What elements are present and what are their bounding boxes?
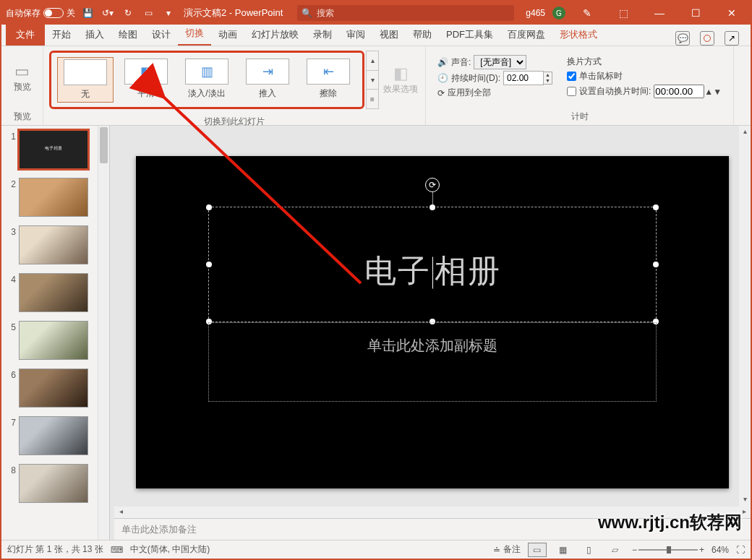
- gallery-scroll[interactable]: ▴▾≡: [366, 51, 379, 109]
- on-click-checkbox[interactable]: [567, 72, 576, 81]
- account-name[interactable]: g465: [526, 8, 545, 18]
- canvas-vertical-scrollbar[interactable]: ▴▾: [739, 126, 751, 507]
- autosave-toggle[interactable]: 自动保存 关: [6, 7, 75, 20]
- slide-thumb-3[interactable]: [19, 225, 88, 264]
- slide-thumb-6[interactable]: [19, 369, 88, 408]
- qat-more-icon[interactable]: ▾: [162, 7, 175, 20]
- transition-none[interactable]: 无: [57, 57, 114, 103]
- pen-icon[interactable]: ✎: [573, 2, 602, 24]
- apply-to-all-button[interactable]: ⟳应用到全部: [437, 87, 552, 99]
- tab-baidu[interactable]: 百度网盘: [500, 24, 552, 46]
- slide-thumb-8[interactable]: [19, 464, 88, 503]
- ribbon-display-icon[interactable]: ⬚: [609, 2, 638, 24]
- watermark: www.rjtj.cn软荐网: [598, 511, 742, 534]
- slide-thumb-1[interactable]: 电子相册: [19, 130, 88, 169]
- undo-icon[interactable]: ↺▾: [101, 7, 114, 20]
- speaker-icon: 🔊: [437, 57, 448, 67]
- accessibility-icon[interactable]: ⌨: [111, 545, 123, 555]
- transition-fade[interactable]: ▥淡入/淡出: [179, 57, 235, 103]
- status-bar: 幻灯片 第 1 张，共 13 张 ⌨ 中文(简体, 中国大陆) ≐备注 ▭ ▦ …: [1, 540, 751, 559]
- tab-view[interactable]: 视图: [372, 24, 406, 46]
- preview-button[interactable]: ▭预览: [6, 62, 38, 93]
- zoom-percent[interactable]: 64%: [712, 545, 729, 555]
- status-slide-info: 幻灯片 第 1 张，共 13 张: [7, 543, 103, 556]
- slide-thumb-2[interactable]: [19, 178, 88, 217]
- zoom-out-icon[interactable]: −: [632, 545, 637, 555]
- advance-label: 换片方式: [567, 56, 722, 68]
- slide-canvas[interactable]: ⟳ 电子相册 单击此处添加副标题: [114, 126, 751, 518]
- tab-record[interactable]: 录制: [306, 24, 339, 46]
- apply-all-icon: ⟳: [437, 88, 445, 98]
- document-title: 演示文稿2 - PowerPoint: [184, 7, 283, 20]
- group-label-preview: 预览: [1, 108, 43, 125]
- timing-controls: 🔊声音: [无声音] 🕘持续时间(D): ▲▼ ⟳应用到全部: [430, 49, 560, 105]
- duration-down[interactable]: ▼: [544, 78, 552, 84]
- record-circle-icon[interactable]: [700, 31, 714, 46]
- redo-icon[interactable]: ↻: [121, 7, 134, 20]
- tab-draw[interactable]: 绘图: [111, 24, 145, 46]
- zoom-in-icon[interactable]: +: [699, 545, 704, 555]
- comments-icon[interactable]: 💬: [675, 31, 690, 46]
- slide-thumb-4[interactable]: [19, 273, 88, 312]
- account-avatar[interactable]: G: [552, 7, 565, 20]
- after-checkbox[interactable]: [567, 87, 576, 96]
- tab-slideshow[interactable]: 幻灯片放映: [244, 24, 306, 46]
- status-language[interactable]: 中文(简体, 中国大陆): [130, 543, 210, 556]
- ribbon-body: ▭预览 预览 无 ◧平滑 ▥淡入/淡出 ⇥推入 ⇤擦除 ▴▾≡: [1, 46, 751, 126]
- from-beginning-icon[interactable]: ▭: [142, 7, 155, 20]
- tab-insert[interactable]: 插入: [78, 24, 111, 46]
- transition-push[interactable]: ⇥推入: [239, 57, 296, 103]
- slide-thumb-5[interactable]: [19, 321, 88, 360]
- tab-animations[interactable]: 动画: [211, 24, 244, 46]
- autosave-state: 关: [67, 7, 75, 20]
- slideshow-view-icon[interactable]: ▱: [606, 543, 625, 557]
- search-box[interactable]: 🔍 搜索: [297, 5, 514, 21]
- transition-morph[interactable]: ◧平滑: [118, 57, 174, 103]
- slide-thumbnails-pane: 1电子相册 2 3 4 5 6 7 8: [1, 126, 110, 540]
- close-icon[interactable]: ✕: [717, 2, 746, 24]
- title-placeholder[interactable]: 电子相册: [208, 207, 657, 322]
- sound-select[interactable]: [无声音]: [474, 55, 526, 69]
- clock-icon: 🕘: [437, 73, 448, 83]
- ribbon-tabs: 文件 开始 插入 绘图 设计 切换 动画 幻灯片放映 录制 审阅 视图 帮助 P…: [1, 25, 751, 46]
- thumbnails-scrollbar[interactable]: [98, 126, 109, 540]
- group-label-timing: 计时: [426, 108, 733, 125]
- search-placeholder: 搜索: [317, 7, 334, 20]
- title-bar: 自动保存 关 💾 ↺▾ ↻ ▭ ▾ 演示文稿2 - PowerPoint 🔍 搜…: [1, 1, 751, 25]
- notes-toggle[interactable]: ≐备注: [493, 543, 521, 556]
- tab-home[interactable]: 开始: [45, 24, 78, 46]
- share-icon[interactable]: ↗: [725, 31, 739, 46]
- transitions-gallery: 无 ◧平滑 ▥淡入/淡出 ⇥推入 ⇤擦除 ▴▾≡: [48, 49, 380, 111]
- duration-up[interactable]: ▲: [544, 72, 552, 78]
- transition-wipe[interactable]: ⇤擦除: [300, 57, 356, 103]
- tab-transitions[interactable]: 切换: [178, 22, 211, 46]
- maximize-icon[interactable]: ☐: [681, 2, 710, 24]
- advance-slide: 换片方式 单击鼠标时 设置自动换片时间: ▲▼: [560, 49, 729, 105]
- tab-shape-format[interactable]: 形状格式: [552, 24, 604, 46]
- save-icon[interactable]: 💾: [81, 7, 94, 20]
- slide-editor[interactable]: ⟳ 电子相册 单击此处添加副标题: [136, 156, 729, 488]
- after-input[interactable]: [654, 85, 704, 98]
- duration-input[interactable]: [503, 71, 544, 85]
- subtitle-placeholder[interactable]: 单击此处添加副标题: [208, 322, 657, 402]
- sorter-view-icon[interactable]: ▦: [554, 543, 573, 557]
- quick-access-toolbar: 💾 ↺▾ ↻ ▭ ▾: [81, 7, 175, 20]
- fit-window-icon[interactable]: ⛶: [736, 545, 745, 555]
- zoom-slider[interactable]: − +: [632, 545, 704, 555]
- effect-options-button: ◧效果选项: [380, 64, 421, 95]
- reading-view-icon[interactable]: ▯: [580, 543, 599, 557]
- normal-view-icon[interactable]: ▭: [528, 543, 547, 557]
- title-text[interactable]: 电子相册: [209, 249, 656, 292]
- rotate-handle[interactable]: ⟳: [425, 178, 440, 192]
- tab-design[interactable]: 设计: [145, 24, 178, 46]
- tab-pdf[interactable]: PDF工具集: [439, 24, 500, 46]
- tab-help[interactable]: 帮助: [406, 24, 439, 46]
- minimize-icon[interactable]: —: [645, 2, 674, 24]
- search-icon: 🔍: [302, 8, 312, 18]
- tab-review[interactable]: 审阅: [339, 24, 372, 46]
- tab-file[interactable]: 文件: [6, 24, 45, 46]
- main-area: 1电子相册 2 3 4 5 6 7 8 ⟳: [1, 126, 751, 540]
- autosave-label: 自动保存: [6, 7, 40, 20]
- slide-thumb-7[interactable]: [19, 416, 88, 455]
